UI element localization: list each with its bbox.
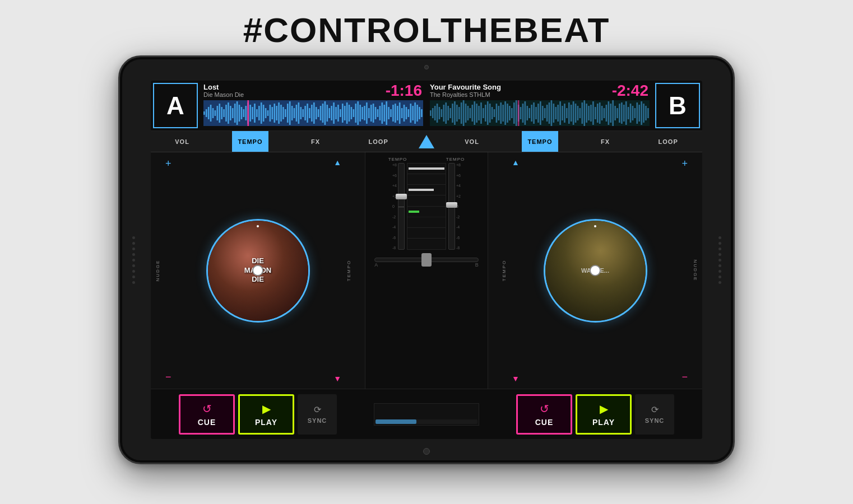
- fader-b-knob[interactable]: [446, 202, 457, 208]
- svg-rect-18: [241, 107, 243, 119]
- svg-rect-150: [533, 102, 535, 124]
- deck-a-controls: + − ▲ ▼ NUDGE TEMPO: [151, 152, 365, 389]
- svg-rect-127: [483, 108, 484, 118]
- svg-rect-12: [228, 102, 229, 124]
- svg-rect-108: [441, 109, 443, 117]
- deck-b-label: B: [655, 83, 700, 128]
- svg-rect-187: [614, 106, 616, 120]
- svg-rect-137: [504, 101, 506, 125]
- cue-b-button[interactable]: ↺ CUE: [516, 394, 572, 435]
- tab-b-loop[interactable]: LOOP: [653, 131, 684, 152]
- svg-rect-179: [597, 104, 599, 123]
- svg-rect-124: [476, 104, 478, 123]
- crossfader-handle[interactable]: [421, 253, 432, 267]
- turntable-b[interactable]: WALTIE...: [544, 219, 647, 323]
- fader-a-track[interactable]: [398, 163, 405, 250]
- svg-rect-40: [289, 101, 291, 125]
- svg-rect-51: [313, 102, 315, 124]
- tab-b-vol[interactable]: VOL: [459, 131, 485, 152]
- tab-a-tempo[interactable]: TEMPO: [232, 131, 268, 152]
- sync-a-icon: ⟳: [314, 404, 321, 415]
- deck-b-arrow-down[interactable]: ▼: [512, 374, 520, 383]
- fader-a-knob[interactable]: [396, 194, 407, 199]
- deck-a-arrow-up[interactable]: ▲: [333, 158, 341, 167]
- deck-b-controls: ▲ ▼ + − NUDGE TEMPO: [488, 152, 702, 389]
- svg-rect-17: [239, 105, 240, 122]
- svg-rect-13: [230, 106, 231, 120]
- svg-rect-19: [243, 109, 245, 117]
- cue-a-button[interactable]: ↺ CUE: [179, 394, 235, 435]
- svg-rect-152: [537, 104, 539, 123]
- svg-rect-20: [245, 106, 247, 120]
- svg-rect-45: [300, 107, 302, 119]
- svg-rect-71: [357, 101, 359, 125]
- svg-rect-195: [632, 106, 634, 120]
- crossfader-section: A B: [369, 258, 484, 268]
- svg-rect-3: [208, 107, 210, 119]
- play-b-button[interactable]: ▶ PLAY: [576, 394, 632, 435]
- svg-rect-173: [583, 100, 585, 126]
- turntable-a[interactable]: DIEMASONDIE: [206, 219, 310, 323]
- sync-b-button[interactable]: ⟳ SYNC: [635, 394, 674, 435]
- svg-rect-69: [353, 109, 355, 117]
- deck-b-arrow-up[interactable]: ▲: [512, 158, 520, 167]
- tab-b-fx[interactable]: FX: [595, 131, 615, 152]
- svg-rect-49: [309, 108, 310, 118]
- svg-rect-151: [535, 107, 537, 119]
- svg-rect-81: [379, 106, 381, 120]
- svg-rect-37: [282, 107, 284, 119]
- svg-rect-58: [328, 108, 330, 118]
- ab-label-b: B: [475, 262, 479, 268]
- play-b-text: PLAY: [592, 418, 615, 427]
- svg-rect-101: [247, 100, 249, 126]
- svg-rect-86: [390, 109, 392, 117]
- deck-a-plus[interactable]: +: [165, 158, 171, 170]
- crossfader-track[interactable]: [374, 258, 478, 262]
- cue-b-icon: ↺: [540, 402, 549, 416]
- tab-a-vol[interactable]: VOL: [169, 131, 195, 152]
- svg-rect-149: [531, 105, 532, 122]
- svg-rect-197: [636, 102, 638, 124]
- svg-rect-76: [368, 108, 370, 118]
- svg-rect-29: [265, 108, 267, 118]
- svg-rect-65: [344, 106, 346, 120]
- svg-rect-23: [252, 107, 253, 119]
- svg-rect-133: [496, 104, 498, 123]
- tab-a-loop[interactable]: LOOP: [363, 131, 394, 152]
- speaker-right: [712, 204, 727, 316]
- tab-a-fx[interactable]: FX: [305, 131, 326, 152]
- svg-rect-168: [573, 101, 574, 125]
- transport-a: ↺ CUE ▶ PLAY ⟳ SYNC: [151, 389, 365, 439]
- svg-rect-126: [480, 102, 482, 124]
- svg-rect-43: [296, 105, 298, 122]
- grid-display: [407, 163, 446, 250]
- svg-rect-78: [373, 104, 374, 123]
- svg-rect-59: [331, 106, 332, 120]
- svg-rect-67: [349, 105, 350, 122]
- tab-b-tempo[interactable]: TEMPO: [522, 131, 558, 152]
- svg-rect-106: [437, 104, 438, 123]
- svg-rect-145: [522, 104, 524, 123]
- svg-rect-162: [559, 101, 561, 125]
- track-a-info: Lost Die Mason Die: [200, 81, 426, 130]
- deck-b-minus[interactable]: −: [682, 371, 688, 383]
- svg-rect-79: [375, 107, 377, 119]
- deck-a-minus[interactable]: −: [165, 371, 171, 383]
- home-button[interactable]: [423, 448, 430, 455]
- svg-rect-104: [432, 108, 434, 118]
- fader-b-track[interactable]: [448, 163, 455, 250]
- svg-rect-122: [471, 105, 473, 122]
- svg-rect-155: [544, 108, 546, 118]
- svg-rect-85: [388, 107, 390, 119]
- deck-a-arrow-down[interactable]: ▼: [333, 374, 341, 383]
- svg-rect-55: [322, 104, 324, 123]
- sync-a-button[interactable]: ⟳ SYNC: [298, 394, 337, 435]
- deck-b-plus[interactable]: +: [682, 158, 688, 170]
- svg-rect-146: [525, 101, 526, 125]
- svg-rect-134: [498, 106, 500, 120]
- svg-rect-4: [210, 105, 212, 122]
- svg-rect-39: [287, 104, 289, 123]
- play-a-button[interactable]: ▶ PLAY: [238, 394, 294, 435]
- turntable-b-image: WALTIE...: [545, 221, 646, 321]
- svg-rect-93: [406, 107, 407, 119]
